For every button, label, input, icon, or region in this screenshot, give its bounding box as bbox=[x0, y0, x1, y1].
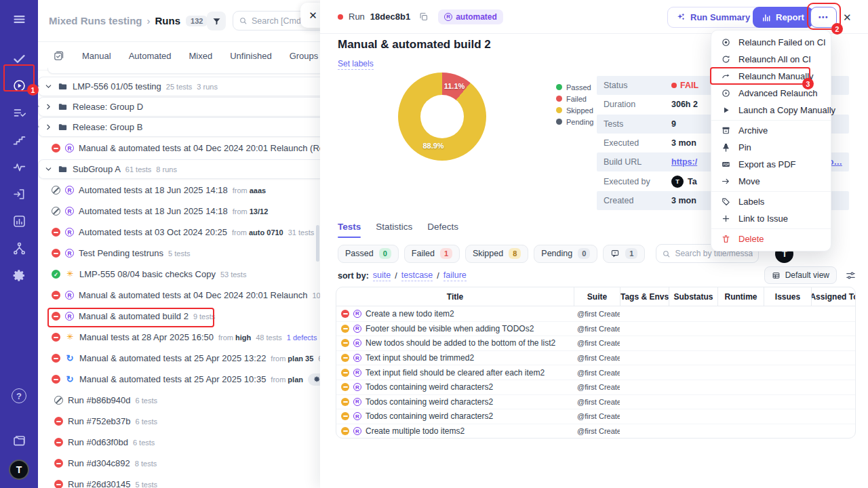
table-row[interactable]: RText input field should be cleared afte… bbox=[336, 365, 855, 380]
analytics-icon[interactable] bbox=[5, 207, 33, 235]
tab-mixed[interactable]: Mixed bbox=[189, 51, 213, 61]
branch-icon[interactable] bbox=[5, 235, 33, 262]
scrollbar-thumb[interactable] bbox=[316, 225, 319, 262]
tab-tests[interactable]: Tests bbox=[338, 222, 361, 238]
run-list-item[interactable]: RManual & automated tests at 04 Dec 2024… bbox=[47, 138, 320, 159]
run-list-item[interactable]: RTest Pending testruns5 tests bbox=[47, 243, 320, 264]
user-avatar[interactable]: T bbox=[9, 460, 29, 480]
import-icon[interactable] bbox=[5, 180, 33, 207]
select-all-icon[interactable] bbox=[53, 50, 64, 62]
table-row[interactable]: RTodos containing weird characters2@firs… bbox=[336, 409, 855, 424]
table-row[interactable]: RTodos containing weird characters2@firs… bbox=[336, 394, 855, 409]
filter-button[interactable] bbox=[207, 12, 226, 30]
menu-item-launch-a-copy-manually[interactable]: Launch a Copy Manually bbox=[711, 102, 831, 119]
default-view-button[interactable]: Default view bbox=[764, 266, 837, 284]
help-icon[interactable]: ? bbox=[5, 382, 33, 409]
run-list-item[interactable]: Run #b86b940d6 tests bbox=[47, 390, 320, 411]
close-detail-icon[interactable]: ✕ bbox=[843, 12, 852, 24]
column-header-runtime[interactable]: Runtime bbox=[717, 287, 764, 306]
table-row[interactable]: RCreate multiple todo items2@first Creat… bbox=[336, 424, 855, 439]
set-labels-link[interactable]: Set labels bbox=[338, 59, 374, 70]
filter-chip-skipped[interactable]: Skipped8 bbox=[465, 245, 528, 263]
tab-groups[interactable]: Groups bbox=[290, 51, 319, 61]
settings-icon[interactable] bbox=[5, 262, 33, 289]
run-title: Manual & automated build 2 bbox=[79, 311, 189, 321]
run-list-item[interactable]: RManual & automated tests at 04 Dec 2024… bbox=[47, 285, 320, 306]
menu-item-link-to-issue[interactable]: Link to Issue bbox=[711, 210, 831, 227]
run-list-item[interactable]: Run #0d63f0bd6 tests bbox=[47, 432, 320, 453]
column-header-substatus[interactable]: Substatus bbox=[669, 287, 717, 306]
table-row[interactable]: RTodos containing weird characters2@firs… bbox=[336, 380, 855, 394]
run-list-item[interactable]: ↻Manual & automated tests at 25 Apr 2025… bbox=[47, 348, 320, 369]
view-settings-icon[interactable] bbox=[845, 270, 856, 281]
column-header-title[interactable]: Title bbox=[336, 287, 574, 306]
run-list-item[interactable]: RManual & automated build 29 tests bbox=[47, 306, 320, 327]
run-list-item[interactable]: Run #26d301455 tests bbox=[47, 474, 320, 488]
menu-item-archive[interactable]: Archive bbox=[711, 122, 831, 139]
run-list-item[interactable]: ↻Manual & automated tests at 25 Apr 2025… bbox=[47, 369, 320, 390]
projects-icon[interactable] bbox=[5, 427, 33, 454]
sort-by-failure[interactable]: failure bbox=[443, 270, 467, 281]
menu-item-export-as-pdf[interactable]: Export as PDF bbox=[711, 156, 831, 173]
run-list-item[interactable]: ✳Manual tests at 28 Apr 2025 16:50fromhi… bbox=[47, 327, 320, 348]
run-list-item[interactable]: RAutomated tests at 18 Jun 2025 14:18fro… bbox=[47, 180, 320, 201]
default-view-label: Default view bbox=[785, 270, 829, 280]
table-row[interactable]: RCreate a new todo item2@first Create … bbox=[336, 306, 855, 321]
column-header-assigned-to[interactable]: Assigned To bbox=[811, 287, 856, 306]
menu-item-pin[interactable]: Pin bbox=[711, 139, 831, 156]
tasks-check-icon[interactable] bbox=[5, 45, 33, 72]
table-row[interactable]: RText input should be trimmed2@first Cre… bbox=[336, 350, 855, 365]
column-header-issues[interactable]: Issues bbox=[764, 287, 811, 306]
tab-statistics[interactable]: Statistics bbox=[376, 222, 412, 238]
run-type-badge[interactable]: R automated bbox=[438, 9, 503, 24]
column-header-suite[interactable]: Suite bbox=[574, 287, 620, 306]
status-failed-icon bbox=[52, 354, 60, 363]
sort-separator: / bbox=[437, 271, 439, 281]
build-url-link[interactable]: https:/ bbox=[671, 157, 697, 167]
filter-chip-passed[interactable]: Passed0 bbox=[338, 245, 399, 263]
run-group-row[interactable]: SubGroup A61 tests8 runs bbox=[38, 159, 320, 179]
run-list-item[interactable]: Run #d304c8928 tests bbox=[47, 453, 320, 474]
breadcrumb-section[interactable]: Runs bbox=[155, 15, 181, 26]
run-group-row[interactable]: Release: Group D bbox=[38, 97, 320, 117]
menu-item-move[interactable]: Move bbox=[711, 173, 831, 190]
chevron-right-icon[interactable] bbox=[44, 102, 53, 111]
steps-icon[interactable] bbox=[5, 126, 33, 153]
run-list-item[interactable]: RAutomated tests at 18 Jun 2025 14:18fro… bbox=[47, 201, 320, 222]
breadcrumb-project[interactable]: Mixed Runs testing bbox=[49, 15, 142, 26]
chevron-right-icon[interactable] bbox=[44, 123, 53, 131]
menu-icon[interactable] bbox=[5, 5, 33, 33]
run-group-row[interactable]: LMP-556 01/05 testing25 tests3 runs bbox=[38, 77, 320, 96]
run-list-item[interactable]: ✳LMP-555 08/04 basic checks Copy53 tests bbox=[47, 264, 320, 285]
menu-item-labels[interactable]: Labels bbox=[711, 193, 831, 210]
close-icon[interactable]: ✕ bbox=[300, 3, 320, 28]
report-button[interactable]: Report bbox=[753, 7, 813, 28]
chevron-down-icon[interactable] bbox=[44, 165, 53, 174]
chevron-down-icon[interactable] bbox=[44, 82, 53, 91]
run-group-row[interactable]: Release: Group B bbox=[38, 117, 320, 137]
tab-manual[interactable]: Manual bbox=[82, 51, 111, 61]
tab-automated[interactable]: Automated bbox=[129, 51, 172, 61]
menu-item-delete[interactable]: Delete bbox=[711, 230, 831, 247]
table-row[interactable]: RFooter should be visible when adding TO… bbox=[336, 321, 855, 336]
copy-icon[interactable] bbox=[418, 12, 429, 22]
pulse-icon[interactable] bbox=[5, 153, 33, 180]
menu-item-relaunch-all-on-ci[interactable]: Relaunch All on CI bbox=[711, 51, 831, 68]
sort-by-suite[interactable]: suite bbox=[373, 270, 391, 281]
tab-defects[interactable]: Defects bbox=[427, 222, 458, 238]
column-header-tags-envs[interactable]: Tags & Envs bbox=[620, 287, 669, 306]
list-check-icon[interactable] bbox=[5, 99, 33, 126]
comments-filter-chip[interactable]: 1 bbox=[603, 245, 645, 263]
menu-item-advanced-relaunch[interactable]: Advanced Relaunch bbox=[711, 85, 831, 102]
run-list-item[interactable]: RAutomated tests at 03 Oct 2024 20:25fro… bbox=[47, 222, 320, 243]
run-defects-link[interactable]: 1 defects bbox=[287, 333, 317, 342]
menu-item-relaunch-failed-on-ci[interactable]: Relaunch Failed on CI bbox=[711, 34, 831, 51]
mixed-run-icon: ↻ bbox=[65, 354, 75, 363]
sort-by-testcase[interactable]: testcase bbox=[401, 270, 433, 281]
filter-chip-failed[interactable]: Failed1 bbox=[404, 245, 460, 263]
tab-unfinished[interactable]: Unfinished bbox=[230, 51, 271, 61]
filter-chip-pending[interactable]: Pending0 bbox=[534, 245, 597, 263]
table-row[interactable]: RNew todos should be added to the bottom… bbox=[336, 336, 855, 350]
run-list-item[interactable]: Run #752eb37b6 tests bbox=[47, 411, 320, 432]
failed-slice-label: 11.1% bbox=[444, 82, 465, 90]
